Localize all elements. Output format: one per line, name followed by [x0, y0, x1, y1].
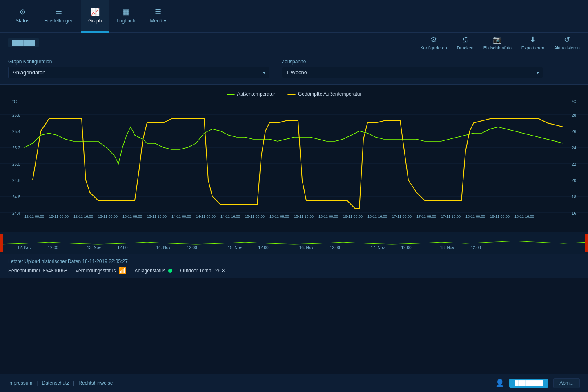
aktualisieren-button[interactable]: ↺ Aktualisieren — [554, 35, 580, 50]
svg-text:25.4: 25.4 — [12, 129, 20, 134]
svg-text:26: 26 — [572, 129, 577, 134]
footer: Impressum | Datenschutz | Rechtshinweise… — [0, 374, 588, 392]
rechtshinweise-link[interactable]: Rechtshinweise — [78, 380, 113, 386]
nav-item-status[interactable]: ⊙ Status — [8, 0, 37, 33]
svg-text:12-11 08:00: 12-11 08:00 — [49, 214, 69, 218]
svg-text:12-11 16:00: 12-11 16:00 — [74, 214, 93, 218]
svg-text:13-11 00:00: 13-11 00:00 — [98, 214, 118, 218]
status-bar: Letzter Upload historischer Daten 18-11-… — [0, 254, 588, 278]
time-config-select[interactable]: 1 Woche — [282, 67, 543, 78]
svg-rect-47 — [0, 232, 588, 254]
svg-text:24.4: 24.4 — [12, 211, 20, 216]
datenschutz-link[interactable]: Datenschutz — [42, 380, 69, 386]
chart-legend: Außentemperatur Gedämpfte Außentemperatu… — [0, 89, 588, 98]
device-name: ██████ — [8, 38, 39, 47]
separator-1: | — [36, 380, 38, 386]
svg-text:13-11 16:00: 13-11 16:00 — [147, 214, 167, 218]
svg-text:12-11 00:00: 12-11 00:00 — [24, 214, 44, 218]
footer-links: Impressum | Datenschutz | Rechtshinweise — [8, 380, 113, 386]
svg-text:18-11 08:00: 18-11 08:00 — [490, 214, 510, 218]
timeline-left-marker[interactable] — [0, 234, 3, 252]
nav-item-logbuch[interactable]: ▦ Logbuch — [109, 0, 143, 33]
drucken-button[interactable]: 🖨 Drucken — [457, 36, 474, 50]
legend-label-gedaempfte: Gedämpfte Außentemperatur — [298, 91, 361, 97]
legend-aussentemperatur: Außentemperatur — [227, 91, 275, 97]
konfigurieren-button[interactable]: ⚙ Konfigurieren — [420, 35, 447, 50]
svg-text:24: 24 — [572, 146, 577, 150]
nav-label-graph: Graph — [88, 18, 102, 24]
svg-text:17. Nov: 17. Nov — [371, 245, 385, 250]
time-config-label: Zeitspanne — [282, 59, 543, 65]
navbar: ⊙ Status ⚌ Einstellungen 📈 Graph ▦ Logbu… — [0, 0, 588, 33]
svg-text:12:00: 12:00 — [117, 245, 127, 250]
settings-icon: ⚌ — [56, 7, 62, 16]
timeline-right-marker[interactable] — [585, 234, 588, 252]
svg-text:22: 22 — [572, 162, 577, 167]
svg-text:16-11 00:00: 16-11 00:00 — [318, 214, 338, 218]
refresh-icon: ↺ — [564, 35, 570, 44]
subbar-left: ██████ — [8, 38, 39, 47]
svg-text:18: 18 — [572, 195, 577, 199]
svg-text:15-11 00:00: 15-11 00:00 — [245, 214, 265, 218]
anlage-label: Anlagenstatus — [135, 268, 166, 274]
legend-dot-green — [227, 94, 235, 95]
svg-text:15-11 08:00: 15-11 08:00 — [270, 214, 289, 218]
wifi-icon: 📶 — [118, 267, 127, 274]
svg-text:14. Nov: 14. Nov — [156, 245, 170, 250]
svg-text:20: 20 — [572, 178, 577, 183]
legend-label-aussentemperatur: Außentemperatur — [237, 91, 275, 97]
print-icon: 🖨 — [461, 36, 469, 44]
gear-icon: ⚙ — [430, 35, 437, 44]
svg-text:18-11 16:00: 18-11 16:00 — [514, 214, 534, 218]
graph-config-select[interactable]: Anlagendaten — [8, 67, 270, 78]
logout-button[interactable]: Abm... — [553, 378, 580, 388]
svg-text:12:00: 12:00 — [330, 245, 340, 250]
svg-text:12:00: 12:00 — [187, 245, 197, 250]
exportieren-button[interactable]: ⬇ Exportieren — [521, 35, 544, 50]
aktualisieren-label: Aktualisieren — [554, 45, 580, 50]
legend-dot-yellow — [287, 94, 296, 95]
svg-text:12:00: 12:00 — [470, 245, 481, 250]
connection-item: Verbindungsstatus 📶 — [76, 267, 127, 274]
time-select-wrapper: 1 Woche — [282, 67, 543, 78]
outdoor-item: Outdoor Temp. 26.8 — [180, 268, 225, 274]
svg-text:16-11 16:00: 16-11 16:00 — [368, 214, 387, 218]
status-row: Seriennummer 854810068 Verbindungsstatus… — [8, 267, 580, 274]
user-icon: 👤 — [495, 379, 504, 388]
svg-text:12:00: 12:00 — [258, 245, 268, 250]
config-section: Graph Konfiguration Anlagendaten Zeitspa… — [0, 53, 588, 85]
nav-label-logbuch: Logbuch — [116, 18, 135, 24]
subbar: ██████ ⚙ Konfigurieren 🖨 Drucken 📷 Bilds… — [0, 33, 588, 53]
graph-config-label: Graph Konfiguration — [8, 59, 270, 65]
svg-text:16: 16 — [572, 211, 577, 216]
svg-text:14-11 16:00: 14-11 16:00 — [220, 214, 240, 218]
serial-item: Seriennummer 854810068 — [8, 268, 67, 274]
serial-label: Seriennummer — [8, 268, 40, 274]
svg-text:12:00: 12:00 — [48, 245, 58, 250]
svg-text:13. Nov: 13. Nov — [87, 245, 101, 250]
screenshot-button[interactable]: 📷 Bildschirmfoto — [483, 35, 512, 50]
nav-item-graph[interactable]: 📈 Graph — [81, 0, 109, 33]
status-upload: Letzter Upload historischer Daten 18-11-… — [8, 258, 580, 264]
svg-text:28: 28 — [572, 113, 577, 118]
download-icon: ⬇ — [530, 35, 536, 44]
graph-config-group: Graph Konfiguration Anlagendaten — [8, 59, 270, 78]
nav-item-einstellungen[interactable]: ⚌ Einstellungen — [37, 0, 81, 33]
svg-text:13-11 08:00: 13-11 08:00 — [122, 214, 142, 218]
chart-svg-wrapper: °C 25.6 25.4 25.2 25.0 24.8 24.6 24.4 °C… — [0, 98, 588, 219]
nav-label-einstellungen: Einstellungen — [44, 18, 74, 24]
nav-item-menu[interactable]: ☰ Menü ▾ — [143, 0, 174, 33]
svg-text:16. Nov: 16. Nov — [299, 245, 313, 250]
connection-label: Verbindungsstatus — [76, 268, 116, 274]
anlage-status-dot — [168, 269, 172, 273]
svg-text:12. Nov: 12. Nov — [18, 245, 31, 250]
impressum-link[interactable]: Impressum — [8, 380, 32, 386]
outdoor-value: 26.8 — [215, 268, 225, 274]
chart-container: Außentemperatur Gedämpfte Außentemperatu… — [0, 85, 588, 232]
konfigurieren-label: Konfigurieren — [420, 45, 447, 50]
exportieren-label: Exportieren — [521, 45, 544, 50]
screenshot-label: Bildschirmfoto — [483, 45, 512, 50]
graph-select-wrapper: Anlagendaten — [8, 67, 270, 78]
username-display: ████████ — [509, 379, 548, 388]
timeline-bar[interactable]: 12. Nov 12:00 13. Nov 12:00 14. Nov 12:0… — [0, 232, 588, 254]
